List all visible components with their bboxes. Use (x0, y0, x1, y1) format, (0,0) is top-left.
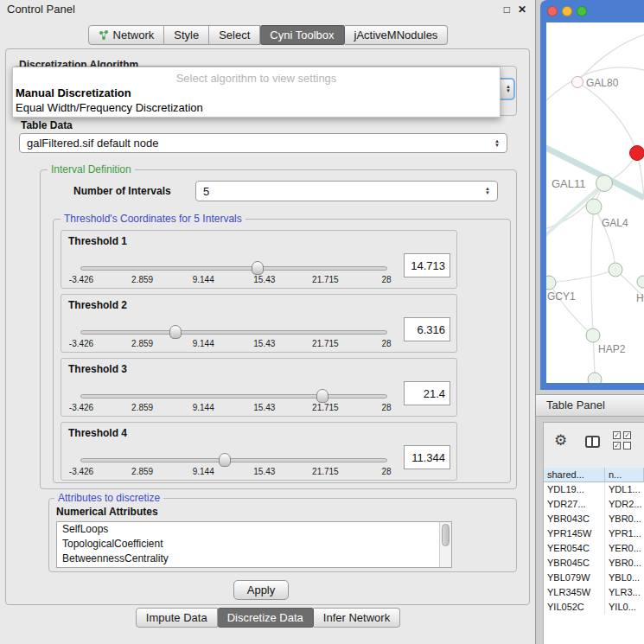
network-node[interactable] (596, 175, 613, 192)
scrollbar-thumb[interactable] (442, 524, 450, 546)
tab-infer-network[interactable]: Infer Network (314, 608, 400, 628)
table-row[interactable]: YER054CYER0... (544, 541, 644, 556)
threshold-value-input[interactable] (404, 381, 450, 405)
cell-shared-name[interactable]: YDR27... (544, 497, 605, 512)
cell-shared-name[interactable]: YIL052C (544, 600, 605, 615)
table-row[interactable]: YBR043CYBR0... (544, 512, 644, 526)
arrow-down-icon: ▼ (506, 89, 511, 93)
column-header-name[interactable]: n... (605, 468, 644, 482)
cell-shared-name[interactable]: YER054C (544, 541, 605, 556)
slider-thumb[interactable] (169, 325, 182, 339)
list-item[interactable]: BetweennessCentrality (57, 552, 451, 566)
tab-network[interactable]: Network (88, 25, 165, 45)
bottom-tab-bar: Impute Data Discretize Data Infer Networ… (0, 608, 536, 628)
table-data-combobox[interactable]: galFiltered.sif default node ▲ ▼ (19, 133, 507, 153)
node-label: HAP2 (598, 343, 626, 355)
threshold-slider[interactable]: -3.426 2.859 9.144 15.43 21.715 28 (80, 266, 387, 271)
table-row[interactable]: YIL052CYIL0... (544, 600, 644, 615)
tab-select[interactable]: Select (209, 25, 260, 45)
checkbox-icon[interactable]: ✓ (613, 442, 621, 450)
checkbox-icon[interactable]: ✓ (613, 431, 621, 439)
column-header-shared-name[interactable]: shared... (544, 468, 605, 482)
table-row[interactable]: YPR145WYPR1... (544, 526, 644, 541)
cell-shared-name[interactable]: YDL19... (544, 482, 605, 497)
cell-shared-name[interactable]: YPR145W (544, 526, 605, 541)
tab-discretize-data[interactable]: Discretize Data (218, 608, 314, 628)
checkbox-icon[interactable]: ✓ (623, 431, 631, 439)
close-icon[interactable]: ✕ (518, 0, 526, 19)
tab-label: jActiveMNodules (354, 29, 438, 41)
table-row[interactable]: YDL19...YDL1... (544, 482, 644, 497)
cell-shared-name[interactable]: YBR045C (544, 556, 605, 571)
network-node[interactable] (588, 373, 602, 383)
tick-label: 15.43 (253, 275, 275, 284)
cell-shared-name[interactable]: YLR345W (544, 585, 605, 600)
threshold-panel-4: Threshold 4 -3.426 2.859 9.144 15.43 21.… (61, 422, 457, 481)
list-item[interactable]: SelfLoops (57, 522, 451, 537)
cell-name[interactable]: YDR2... (605, 497, 644, 512)
network-node[interactable] (572, 77, 583, 88)
number-of-intervals-combobox[interactable]: 5 ▲ ▼ (195, 181, 498, 201)
cell-name[interactable]: YLR3... (605, 585, 644, 600)
control-panel: Control Panel □ ✕ Network Style Select C… (0, 0, 536, 644)
cell-name[interactable]: YBR0... (605, 556, 644, 571)
cell-name[interactable]: YBL0... (605, 571, 644, 585)
mac-close-button[interactable] (547, 6, 558, 16)
tab-impute-data[interactable]: Impute Data (136, 608, 218, 628)
network-node[interactable] (546, 276, 556, 290)
slider-thumb[interactable] (316, 389, 328, 403)
network-icon (99, 29, 110, 41)
network-node-selected-red[interactable] (630, 146, 644, 161)
cell-name[interactable]: YDL1... (605, 482, 644, 497)
apply-button[interactable]: Apply (233, 580, 289, 600)
network-canvas[interactable]: GAL80 GAL11 GAL4 GCY1 HAP2 HI (546, 22, 644, 383)
cell-name[interactable]: YIL0... (605, 600, 644, 615)
tab-label: Infer Network (323, 611, 390, 624)
cell-name[interactable]: YPR1... (605, 526, 644, 541)
network-node[interactable] (609, 263, 622, 277)
algorithm-dropdown-popup: Select algorithm to view settings Manual… (12, 67, 501, 118)
columns-icon[interactable] (585, 436, 600, 448)
threshold-value-input[interactable] (404, 445, 450, 469)
cyni-toolbox-pane: Discretization Algorithm ▲ ▼ Select algo… (5, 48, 530, 605)
tick-label: 9.144 (193, 275, 214, 284)
threshold-label: Threshold 1 (68, 235, 127, 247)
table-row[interactable]: YBR045CYBR0... (544, 556, 644, 571)
table-row[interactable]: YLR345WYLR3... (544, 585, 644, 600)
list-item[interactable]: TopologicalCoefficient (57, 537, 451, 552)
slider-thumb[interactable] (219, 453, 231, 467)
mac-minimize-button[interactable] (562, 6, 572, 16)
cell-shared-name[interactable]: YBR043C (544, 512, 605, 526)
threshold-value-input[interactable] (404, 253, 450, 277)
float-icon[interactable]: □ (504, 0, 510, 19)
list-scrollbar[interactable] (439, 522, 451, 567)
mac-zoom-button[interactable] (577, 6, 587, 16)
network-node[interactable] (586, 328, 600, 342)
cell-name[interactable]: YBR0... (605, 512, 644, 526)
table-row[interactable]: YBL079WYBL0... (544, 571, 644, 585)
threshold-value-input[interactable] (404, 317, 450, 341)
cell-shared-name[interactable]: YBL079W (544, 571, 605, 585)
threshold-slider[interactable]: -3.426 2.859 9.144 15.43 21.715 28 (80, 394, 387, 399)
gear-icon[interactable]: ⚙ (554, 433, 567, 448)
threshold-slider[interactable]: -3.426 2.859 9.144 15.43 21.715 28 (80, 458, 387, 462)
tab-jactivemnodules[interactable]: jActiveMNodules (345, 25, 449, 45)
slider-thumb[interactable] (252, 261, 264, 275)
dropdown-option-manual[interactable]: Manual Discretization (16, 86, 497, 99)
network-node[interactable] (586, 199, 602, 214)
tick-label: 9.144 (193, 403, 214, 412)
number-of-intervals-label: Number of Intervals (73, 185, 171, 197)
network-node[interactable] (637, 276, 644, 288)
dropdown-option-equal-width[interactable]: Equal Width/Frequency Discretization (16, 101, 497, 114)
tab-cyni-toolbox[interactable]: Cyni Toolbox (260, 25, 344, 45)
combo-arrows-icon: ▲ ▼ (506, 85, 511, 93)
dropdown-placeholder: Select algorithm to view settings (13, 72, 500, 85)
checkbox-icon[interactable] (623, 442, 631, 450)
tick-label: 2.859 (131, 467, 153, 476)
threshold-slider[interactable]: -3.426 2.859 9.144 15.43 21.715 28 (80, 330, 387, 335)
table-row[interactable]: YDR27...YDR2... (544, 497, 644, 512)
tick-label: -3.426 (69, 339, 93, 348)
tab-style[interactable]: Style (164, 25, 209, 45)
cell-name[interactable]: YER0... (605, 541, 644, 556)
tick-label: 9.144 (193, 339, 214, 348)
